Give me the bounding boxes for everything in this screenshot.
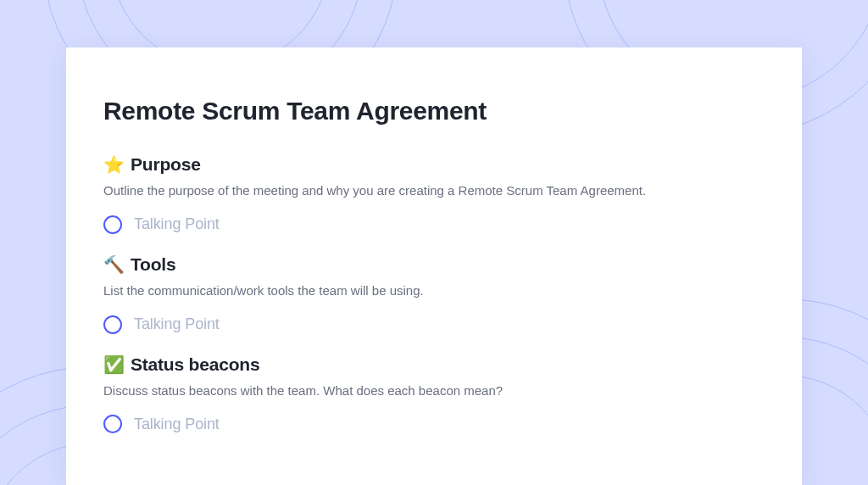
talking-point-checkbox[interactable]: [103, 215, 122, 234]
checkmark-icon: ✅: [103, 356, 125, 373]
hammer-icon: 🔨: [103, 256, 125, 273]
talking-point-label: Talking Point: [134, 415, 220, 433]
talking-point-item[interactable]: Talking Point: [103, 415, 765, 433]
talking-point-item[interactable]: Talking Point: [103, 215, 765, 234]
section-tools: 🔨 Tools List the communication/work tool…: [103, 254, 765, 334]
section-header: ✅ Status beacons: [103, 354, 765, 375]
star-icon: ⭐: [103, 156, 125, 173]
section-title: Purpose: [131, 154, 201, 175]
section-header: ⭐ Purpose: [103, 154, 765, 175]
talking-point-checkbox[interactable]: [103, 315, 122, 334]
talking-point-label: Talking Point: [134, 215, 220, 233]
section-status-beacons: ✅ Status beacons Discuss status beacons …: [103, 354, 765, 434]
section-purpose: ⭐ Purpose Outline the purpose of the mee…: [103, 154, 765, 234]
talking-point-label: Talking Point: [134, 315, 220, 333]
section-description: Outline the purpose of the meeting and w…: [103, 181, 765, 200]
section-header: 🔨 Tools: [103, 254, 765, 275]
section-title: Tools: [131, 254, 175, 275]
document-title: Remote Scrum Team Agreement: [103, 97, 765, 125]
talking-point-checkbox[interactable]: [103, 415, 122, 433]
document-card: Remote Scrum Team Agreement ⭐ Purpose Ou…: [66, 47, 802, 485]
section-description: Discuss status beacons with the team. Wh…: [103, 382, 765, 400]
talking-point-item[interactable]: Talking Point: [103, 315, 765, 334]
section-title: Status beacons: [131, 354, 259, 375]
section-description: List the communication/work tools the te…: [103, 282, 765, 300]
